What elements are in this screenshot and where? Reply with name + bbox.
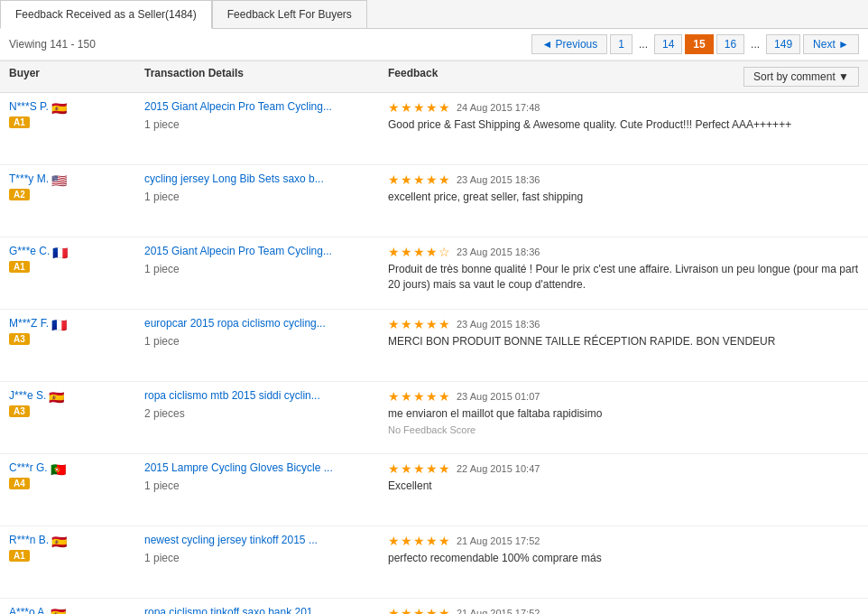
stars-row: ★★★★☆ 23 Aug 2015 18:36 xyxy=(388,245,859,259)
buyer-flag: 🇺🇸 xyxy=(51,173,68,184)
buyer-badge: A3 xyxy=(9,333,30,345)
stars-row: ★★★★★ 21 Aug 2015 17:52 xyxy=(388,534,859,548)
transaction-link[interactable]: ropa ciclismo mtb 2015 siddi cyclin... xyxy=(144,389,320,402)
buyer-flag: 🇪🇸 xyxy=(49,390,65,401)
stars-row: ★★★★★ 23 Aug 2015 18:36 xyxy=(388,172,859,187)
buyer-name[interactable]: C***r G. xyxy=(9,461,48,474)
transaction-link[interactable]: 2015 Lampre Cycling Gloves Bicycle ... xyxy=(144,461,333,474)
feedback-text: Excellent xyxy=(388,479,859,494)
transaction-qty: 1 piece xyxy=(144,552,379,564)
feedback-date: 23 Aug 2015 18:36 xyxy=(457,174,540,185)
prev-button[interactable]: ◄ Previous xyxy=(531,34,607,54)
stars-row: ★★★★★ 22 Aug 2015 10:47 xyxy=(388,461,859,476)
page-149[interactable]: 149 xyxy=(766,34,800,54)
feedback-text: perfecto recomendable 100% comprare más xyxy=(388,551,859,566)
table-row: R***n B. 🇪🇸 A1 newest cycling jersey tin… xyxy=(0,526,868,599)
table-row: C***r G. 🇵🇹 A4 2015 Lampre Cycling Glove… xyxy=(0,454,868,526)
star-rating: ★★★★☆ xyxy=(388,245,451,259)
buyer-badge: A4 xyxy=(9,478,30,489)
buyer-flag: 🇫🇷 xyxy=(52,246,69,256)
feedback-date: 21 Aug 2015 17:52 xyxy=(457,608,540,614)
table-row: J***e S. 🇪🇸 A3 ropa ciclismo mtb 2015 si… xyxy=(0,382,868,454)
buyer-name[interactable]: R***n B. xyxy=(9,534,49,546)
transaction-qty: 1 piece xyxy=(144,263,379,275)
transaction-qty: 1 piece xyxy=(144,118,379,131)
page-14[interactable]: 14 xyxy=(654,34,682,54)
next-button[interactable]: Next ► xyxy=(803,34,859,54)
page-16[interactable]: 16 xyxy=(716,34,744,54)
transaction-link[interactable]: ropa ciclismo tinkoff saxo bank 201... xyxy=(144,606,322,614)
feedback-cell: ★★★★★ 23 Aug 2015 18:36 MERCI BON PRODUI… xyxy=(388,317,859,349)
feedback-text: Good price & Fast Shipping & Awesome qua… xyxy=(388,117,859,133)
tab-left[interactable]: Feedback Left For Buyers xyxy=(212,0,367,28)
col-buyer: Buyer xyxy=(9,67,144,87)
viewing-info: Viewing 141 - 150 xyxy=(0,31,105,58)
buyer-name[interactable]: T***y M. xyxy=(9,172,49,185)
transaction-link[interactable]: newest cycling jersey tinkoff 2015 ... xyxy=(144,534,318,546)
feedback-date: 23 Aug 2015 01:07 xyxy=(457,391,540,402)
star-rating: ★★★★★ xyxy=(388,606,451,614)
feedback-cell: ★★★★★ 23 Aug 2015 18:36 excellent price,… xyxy=(388,172,859,205)
transaction-cell: 2015 Lampre Cycling Gloves Bicycle ... 1… xyxy=(144,461,388,492)
tab-received[interactable]: Feedback Received as a Seller(1484) xyxy=(0,0,212,29)
transaction-cell: 2015 Giant Alpecin Pro Team Cycling... 1… xyxy=(144,100,388,131)
pagination-bar: Viewing 141 - 150 ◄ Previous 1 ... 14 15… xyxy=(0,29,868,60)
transaction-cell: cycling jersey Long Bib Sets saxo b... 1… xyxy=(144,172,388,203)
stars-row: ★★★★★ 24 Aug 2015 17:48 xyxy=(388,100,859,115)
transaction-link[interactable]: 2015 Giant Alpecin Pro Team Cycling... xyxy=(144,245,332,257)
buyer-badge: A2 xyxy=(9,189,30,200)
feedback-date: 21 Aug 2015 17:52 xyxy=(457,535,540,546)
buyer-cell: M***Z F. 🇫🇷 A3 xyxy=(9,317,144,345)
stars-row: ★★★★★ 21 Aug 2015 17:52 xyxy=(388,606,859,614)
dots-right: ... xyxy=(747,35,763,53)
table-row: G***e C. 🇫🇷 A1 2015 Giant Alpecin Pro Te… xyxy=(0,237,868,310)
buyer-flag: 🇪🇸 xyxy=(51,607,67,614)
table-header: Buyer Transaction Details Feedback Sort … xyxy=(0,60,868,93)
transaction-link[interactable]: 2015 Giant Alpecin Pro Team Cycling... xyxy=(144,100,332,113)
pagination: ◄ Previous 1 ... 14 15 16 ... 149 Next ► xyxy=(522,29,868,60)
page-15[interactable]: 15 xyxy=(685,34,713,54)
transaction-cell: 2015 Giant Alpecin Pro Team Cycling... 1… xyxy=(144,245,388,275)
buyer-name[interactable]: G***e C. xyxy=(9,245,50,257)
buyer-badge: A3 xyxy=(9,405,30,417)
buyer-cell: T***y M. 🇺🇸 A2 xyxy=(9,172,144,200)
star-rating: ★★★★★ xyxy=(388,461,451,476)
feedback-cell: ★★★★★ 21 Aug 2015 17:52 perfecto recomen… xyxy=(388,534,859,566)
transaction-qty: 1 piece xyxy=(144,479,379,492)
buyer-cell: G***e C. 🇫🇷 A1 xyxy=(9,245,144,273)
buyer-name[interactable]: A***o A. xyxy=(9,606,48,614)
feedback-date: 23 Aug 2015 18:36 xyxy=(457,319,540,330)
tabs-bar: Feedback Received as a Seller(1484) Feed… xyxy=(0,0,868,29)
star-rating: ★★★★★ xyxy=(388,534,451,548)
feedback-text: excellent price, great seller, fast ship… xyxy=(388,190,859,205)
buyer-badge: A1 xyxy=(9,116,30,128)
feedback-text: me enviaron el maillot que faltaba rapid… xyxy=(388,406,859,422)
col-transaction: Transaction Details xyxy=(144,67,388,87)
buyer-flag: 🇪🇸 xyxy=(51,101,68,112)
buyer-flag: 🇵🇹 xyxy=(51,462,67,473)
transaction-cell: newest cycling jersey tinkoff 2015 ... 1… xyxy=(144,534,388,564)
feedback-cell: ★★★★★ 23 Aug 2015 01:07 me enviaron el m… xyxy=(388,389,859,435)
buyer-cell: J***e S. 🇪🇸 A3 xyxy=(9,389,144,417)
table-row: N***S P. 🇪🇸 A1 2015 Giant Alpecin Pro Te… xyxy=(0,93,868,165)
sort-button[interactable]: Sort by comment ▼ xyxy=(743,67,859,87)
transaction-qty: 1 piece xyxy=(144,335,379,348)
feedback-text: MERCI BON PRODUIT BONNE TAILLE RÉCEPTION… xyxy=(388,334,859,349)
feedback-date: 22 Aug 2015 10:47 xyxy=(457,463,540,474)
buyer-flag: 🇪🇸 xyxy=(51,535,68,545)
buyer-cell: N***S P. 🇪🇸 A1 xyxy=(9,100,144,128)
buyer-name[interactable]: N***S P. xyxy=(9,100,49,113)
buyer-name[interactable]: M***Z F. xyxy=(9,317,49,330)
buyer-cell: C***r G. 🇵🇹 A4 xyxy=(9,461,144,489)
page-1[interactable]: 1 xyxy=(610,34,633,54)
buyer-badge: A1 xyxy=(9,550,30,562)
star-rating: ★★★★★ xyxy=(388,100,451,115)
transaction-link[interactable]: cycling jersey Long Bib Sets saxo b... xyxy=(144,172,324,185)
feedback-cell: ★★★★★ 24 Aug 2015 17:48 Good price & Fas… xyxy=(388,100,859,133)
transaction-link[interactable]: europcar 2015 ropa ciclismo cycling... xyxy=(144,317,326,330)
buyer-badge: A1 xyxy=(9,261,30,273)
feedback-date: 23 Aug 2015 18:36 xyxy=(457,247,540,257)
transaction-qty: 2 pieces xyxy=(144,407,379,420)
no-feedback-score: No Feedback Score xyxy=(388,424,859,435)
buyer-name[interactable]: J***e S. xyxy=(9,389,46,402)
